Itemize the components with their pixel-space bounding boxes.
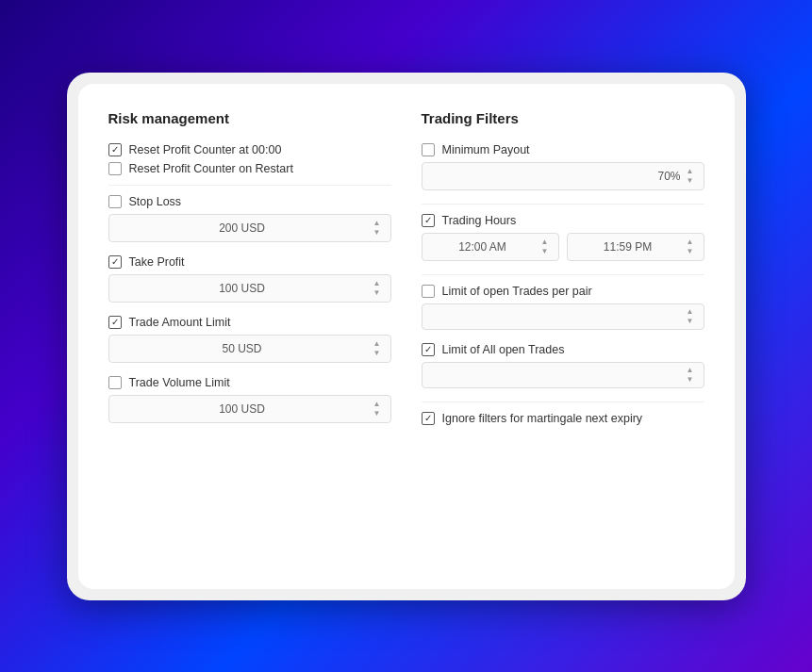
trade-volume-label: Trade Volume Limit — [129, 376, 230, 389]
ignore-filters-checkbox[interactable] — [422, 412, 435, 425]
minimum-payout-arrows: ▲ ▼ — [685, 167, 696, 186]
risk-management-panel: Risk management Reset Profit Counter at … — [108, 110, 391, 563]
divider-3 — [422, 274, 704, 275]
trading-hours-end-arrows: ▲ ▼ — [685, 238, 696, 256]
outer-card: Risk management Reset Profit Counter at … — [67, 73, 746, 600]
limit-all-open-trades-input-wrapper: ▲ ▼ — [422, 362, 704, 388]
minimum-payout-section: Minimum Payout ▲ ▼ — [422, 143, 704, 190]
divider-1 — [108, 185, 391, 186]
minimum-payout-label: Minimum Payout — [442, 143, 530, 156]
limit-all-open-trades-down[interactable]: ▼ — [685, 375, 696, 385]
trade-amount-up-arrow[interactable]: ▲ — [372, 339, 383, 349]
limit-all-open-trades-section: Limit of All open Trades ▲ ▼ — [422, 343, 704, 388]
reset-profit-counter-checkbox[interactable] — [108, 143, 122, 156]
reset-profit-restart-row: Reset Profit Counter on Restart — [108, 162, 391, 175]
trading-hours-end-up[interactable]: ▲ — [685, 238, 696, 247]
take-profit-arrows: ▲ ▼ — [372, 279, 383, 298]
trade-volume-section: Trade Volume Limit ▲ ▼ — [108, 376, 391, 423]
stop-loss-section: Stop Loss ▲ ▼ — [108, 195, 391, 242]
minimum-payout-row: Minimum Payout — [422, 143, 704, 156]
trade-amount-input[interactable] — [117, 342, 368, 355]
limit-all-open-trades-arrows: ▲ ▼ — [685, 366, 696, 385]
trade-volume-down-arrow[interactable]: ▼ — [372, 409, 383, 418]
trading-hours-time-row: ▲ ▼ ▲ ▼ — [422, 233, 704, 261]
stop-loss-label: Stop Loss — [129, 195, 182, 208]
trading-hours-start-arrows: ▲ ▼ — [539, 238, 551, 256]
limit-all-open-trades-row: Limit of All open Trades — [422, 343, 704, 356]
take-profit-input[interactable] — [117, 282, 368, 295]
limit-all-open-trades-checkbox[interactable] — [422, 343, 435, 356]
reset-profit-restart-checkbox[interactable] — [108, 162, 122, 175]
trade-volume-arrows: ▲ ▼ — [372, 400, 383, 418]
reset-profit-restart-label: Reset Profit Counter on Restart — [129, 162, 293, 175]
limit-open-trades-per-pair-up[interactable]: ▲ — [685, 307, 696, 317]
take-profit-down-arrow[interactable]: ▼ — [372, 288, 383, 298]
trading-hours-checkbox[interactable] — [422, 214, 435, 227]
risk-management-title: Risk management — [108, 110, 391, 126]
trade-amount-checkbox[interactable] — [108, 316, 122, 329]
trade-amount-arrows: ▲ ▼ — [372, 339, 383, 358]
trade-amount-section: Trade Amount Limit ▲ ▼ — [108, 316, 391, 363]
minimum-payout-checkbox[interactable] — [422, 143, 435, 156]
inner-card: Risk management Reset Profit Counter at … — [78, 84, 735, 589]
limit-open-trades-per-pair-row: Limit of open Trades per pair — [422, 285, 704, 298]
trading-hours-end-input[interactable] — [575, 240, 681, 254]
limit-all-open-trades-label: Limit of All open Trades — [442, 343, 565, 356]
limit-all-open-trades-up[interactable]: ▲ — [685, 366, 696, 375]
trading-hours-end-down[interactable]: ▼ — [685, 247, 696, 256]
take-profit-up-arrow[interactable]: ▲ — [372, 279, 383, 288]
trading-hours-start-input[interactable] — [430, 240, 536, 254]
trading-hours-end-wrapper: ▲ ▼ — [567, 233, 704, 261]
take-profit-section: Take Profit ▲ ▼ — [108, 255, 391, 303]
stop-loss-input[interactable] — [117, 221, 368, 235]
stop-loss-checkbox[interactable] — [108, 195, 122, 208]
trading-filters-panel: Trading Filters Minimum Payout ▲ ▼ — [422, 110, 704, 563]
minimum-payout-input[interactable] — [430, 170, 681, 183]
trade-volume-checkbox[interactable] — [108, 376, 122, 389]
stop-loss-arrows: ▲ ▼ — [372, 219, 383, 238]
reset-profit-counter-label: Reset Profit Counter at 00:00 — [129, 143, 282, 156]
trade-volume-input[interactable] — [117, 402, 368, 416]
take-profit-row: Take Profit — [108, 255, 391, 269]
trading-hours-row: Trading Hours — [422, 214, 704, 227]
trading-filters-title: Trading Filters — [422, 110, 704, 126]
trade-amount-label: Trade Amount Limit — [129, 316, 231, 329]
stop-loss-up-arrow[interactable]: ▲ — [372, 219, 383, 228]
limit-open-trades-per-pair-arrows: ▲ ▼ — [685, 307, 696, 326]
stop-loss-input-wrapper: ▲ ▼ — [108, 214, 391, 242]
stop-loss-down-arrow[interactable]: ▼ — [372, 228, 383, 238]
trade-amount-input-wrapper: ▲ ▼ — [108, 335, 391, 363]
ignore-filters-label: Ignore filters for martingale next expir… — [442, 412, 643, 425]
trade-amount-down-arrow[interactable]: ▼ — [372, 349, 383, 358]
divider-4 — [422, 402, 704, 402]
reset-profit-counter-row: Reset Profit Counter at 00:00 — [108, 143, 391, 156]
take-profit-input-wrapper: ▲ ▼ — [108, 274, 391, 303]
take-profit-label: Take Profit — [129, 255, 185, 269]
trading-hours-section: Trading Hours ▲ ▼ ▲ ▼ — [422, 214, 704, 261]
minimum-payout-down-arrow[interactable]: ▼ — [685, 176, 696, 186]
limit-open-trades-per-pair-checkbox[interactable] — [422, 285, 435, 298]
minimum-payout-input-wrapper: ▲ ▼ — [422, 162, 704, 190]
minimum-payout-up-arrow[interactable]: ▲ — [685, 167, 696, 176]
stop-loss-row: Stop Loss — [108, 195, 391, 208]
limit-open-trades-per-pair-down[interactable]: ▼ — [685, 317, 696, 326]
trading-hours-start-down[interactable]: ▼ — [539, 247, 551, 256]
trade-volume-up-arrow[interactable]: ▲ — [372, 400, 383, 409]
trade-amount-row: Trade Amount Limit — [108, 316, 391, 329]
take-profit-checkbox[interactable] — [108, 255, 122, 269]
limit-all-open-trades-input[interactable] — [430, 369, 685, 382]
limit-open-trades-per-pair-label: Limit of open Trades per pair — [442, 285, 592, 298]
trading-hours-start-wrapper: ▲ ▼ — [422, 233, 559, 261]
trade-volume-row: Trade Volume Limit — [108, 376, 391, 389]
trading-hours-label: Trading Hours — [442, 214, 517, 227]
limit-open-trades-per-pair-input[interactable] — [430, 310, 685, 323]
trading-hours-start-up[interactable]: ▲ — [539, 238, 551, 247]
ignore-filters-row: Ignore filters for martingale next expir… — [422, 412, 704, 425]
limit-open-trades-per-pair-section: Limit of open Trades per pair ▲ ▼ — [422, 285, 704, 330]
divider-2 — [422, 204, 704, 205]
limit-open-trades-per-pair-input-wrapper: ▲ ▼ — [422, 303, 704, 330]
trade-volume-input-wrapper: ▲ ▼ — [108, 395, 391, 423]
